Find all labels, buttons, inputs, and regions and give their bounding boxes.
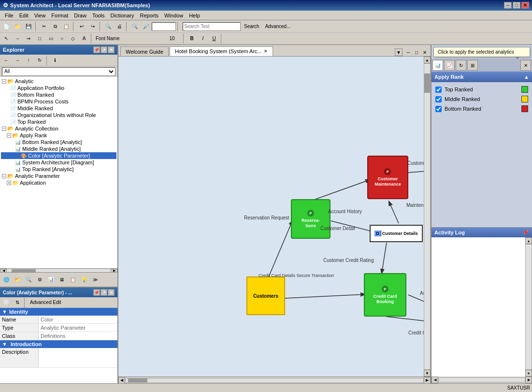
rp-tab-btn-4[interactable]: ⊞ — [467, 60, 478, 71]
identity-collapse-icon[interactable]: ▼ — [2, 309, 7, 315]
prop-btn-1[interactable]: ⬜ — [1, 297, 12, 308]
menu-format[interactable]: Format — [48, 12, 71, 19]
close-button[interactable]: ✕ — [521, 2, 529, 9]
tb-italic[interactable]: I — [198, 33, 208, 44]
tree-toggle-apply-rank[interactable]: − — [7, 133, 11, 138]
explorer-btn-9[interactable]: ≫ — [90, 275, 101, 285]
tb-circle[interactable]: ○ — [57, 33, 67, 44]
tb-open[interactable]: 📁 — [12, 21, 23, 32]
menu-help[interactable]: Help — [186, 12, 203, 19]
menu-window[interactable]: Window — [161, 12, 186, 19]
search-input[interactable] — [183, 22, 241, 31]
bottom-ranked-checkbox[interactable] — [435, 106, 442, 112]
node-customers[interactable]: Customers — [246, 276, 285, 315]
properties-float-btn[interactable]: ↗ — [101, 289, 107, 296]
tb-paste[interactable]: 📋 — [61, 21, 72, 32]
tb-zoom-out[interactable]: 🔍 — [129, 21, 140, 32]
tb-box[interactable]: □ — [34, 33, 45, 44]
middle-ranked-checkbox[interactable] — [435, 96, 442, 102]
explorer-btn-6[interactable]: 🖥 — [57, 275, 67, 285]
tb-diamond[interactable]: ◇ — [68, 33, 78, 44]
explorer-forward[interactable]: → — [12, 55, 23, 66]
vscroll-track[interactable] — [424, 63, 431, 370]
node-customer-details[interactable]: D Customer Details — [370, 225, 423, 242]
tb-round-box[interactable]: ▭ — [45, 33, 56, 44]
tb-find[interactable]: 🔍 — [103, 21, 114, 32]
tree-item-application[interactable]: + 📁 Application — [1, 179, 116, 186]
explorer-filter-select[interactable]: All — [2, 67, 115, 76]
explorer-btn-3[interactable]: 🔍 — [23, 275, 34, 285]
tree-item-bottom-ranked-a[interactable]: 📊 Bottom Ranked [Analytic] — [1, 139, 116, 145]
prop-val-desc[interactable] — [39, 348, 117, 367]
tree-item-top-ranked-a[interactable]: 📊 Top Ranked [Analytic] — [1, 166, 116, 173]
tree-toggle-application[interactable]: + — [7, 181, 11, 185]
activity-scroll-right[interactable]: ▶ — [525, 377, 532, 383]
explorer-up[interactable]: ↑ — [23, 55, 34, 66]
explorer-btn-5[interactable]: 📊 — [45, 275, 56, 285]
menu-edit[interactable]: Edit — [16, 12, 31, 19]
properties-close-btn[interactable]: ✕ — [108, 289, 115, 296]
rp-tab-btn-3[interactable]: ↻ — [456, 60, 466, 71]
tb-dbl-arrow[interactable]: ⇒ — [23, 33, 34, 44]
tb-underline[interactable]: U — [209, 33, 219, 44]
tree-item-analytic[interactable]: − 📂 Analytic — [1, 78, 116, 85]
explorer-btn-7[interactable]: 📋 — [68, 275, 78, 285]
tb-cut[interactable]: ✂ — [39, 21, 49, 32]
tree-item-org-units[interactable]: 📄 Organizational Units without Role — [1, 112, 116, 118]
activity-log-pin[interactable]: 📌 — [522, 230, 529, 236]
explorer-refresh[interactable]: ↻ — [34, 55, 45, 66]
tb-copy[interactable]: ⧉ — [50, 21, 60, 32]
explorer-hscroll[interactable]: ◀ ▶ — [0, 268, 117, 272]
tb-bold[interactable]: B — [187, 33, 197, 44]
advanced-edit-button[interactable]: Advanced Edit — [28, 297, 64, 308]
tree-item-analytic-param[interactable]: − 📂 Analytic Parameter — [1, 173, 116, 179]
tree-item-app-portfolio[interactable]: 📄 Application Portfolio — [1, 85, 116, 91]
tree-item-middle-ranked-a[interactable]: 📊 Middle Ranked [Analytic] — [1, 145, 116, 152]
diag-minimize-btn[interactable]: ─ — [404, 48, 412, 56]
tb-pointer[interactable]: ↖ — [1, 33, 12, 44]
tab-close-btn[interactable]: ✕ — [264, 49, 268, 54]
tb-redo[interactable]: ↪ — [87, 21, 98, 32]
tb-zoom-in[interactable]: 🔎 — [141, 21, 151, 32]
tree-toggle-analytic-collection[interactable]: − — [2, 127, 6, 131]
hscroll-left-btn[interactable]: ◀ — [118, 377, 125, 384]
explorer-btn-1[interactable]: 🌐 — [1, 275, 12, 285]
tab-strip-button[interactable]: ▼ — [395, 48, 403, 56]
node-customer-maintenance[interactable]: P CustomerMaintenance — [367, 156, 408, 199]
prop-btn-2[interactable]: ⇅ — [12, 297, 23, 308]
tb-save[interactable]: 💾 — [23, 21, 34, 32]
menu-file[interactable]: File — [2, 12, 16, 19]
explorer-btn-4[interactable]: ⚙ — [34, 275, 45, 285]
intro-collapse-icon[interactable]: ▼ — [2, 341, 7, 347]
activity-scroll-left[interactable]: ◀ — [431, 377, 438, 383]
tree-item-bottom-ranked[interactable]: 📄 Bottom Ranked — [1, 91, 116, 98]
tree-item-apply-rank[interactable]: − 📂 Apply Rank — [1, 132, 116, 139]
tb-font-size[interactable]: 10 — [162, 33, 182, 44]
explorer-pin-btn[interactable]: 📌 — [93, 46, 100, 53]
vscroll-up-btn[interactable]: ▲ — [424, 57, 431, 63]
search-button[interactable]: Search — [242, 21, 262, 32]
tb-print[interactable]: 🖨 — [114, 21, 125, 32]
activity-scroll-up[interactable]: ▲ — [525, 237, 532, 244]
maximize-button[interactable]: □ — [513, 2, 520, 9]
tree-item-top-ranked[interactable]: 📄 Top Ranked — [1, 118, 116, 125]
tree-item-analytic-collection[interactable]: − 📂 Analytic Collection — [1, 125, 116, 132]
explorer-btn-2[interactable]: 📂 — [12, 275, 23, 285]
rp-tab-btn-1[interactable]: 📊 — [432, 60, 443, 71]
diag-close-btn[interactable]: ✕ — [421, 48, 429, 56]
tb-undo[interactable]: ↩ — [76, 21, 87, 32]
tree-item-color-analytic[interactable]: 🎨 Color [Analytic Parameter] — [1, 152, 116, 159]
node-reservations[interactable]: P Reserva-tions — [291, 199, 331, 239]
menu-tools[interactable]: Tools — [89, 12, 108, 19]
activity-scroll-down[interactable]: ▼ — [525, 370, 532, 377]
menu-reports[interactable]: Reports — [137, 12, 161, 19]
explorer-btn-8[interactable]: 💡 — [79, 275, 89, 285]
diag-maximize-btn[interactable]: □ — [413, 48, 420, 56]
explorer-properties[interactable]: ℹ — [50, 55, 60, 66]
menu-draw[interactable]: Draw — [71, 12, 89, 19]
menu-view[interactable]: View — [31, 12, 49, 19]
tree-item-bpmn-process[interactable]: 📄 BPMN Process Costs — [1, 98, 116, 105]
tb-text[interactable]: A — [79, 33, 89, 44]
apply-rank-collapse[interactable]: ▲ — [524, 74, 529, 80]
hscroll-track[interactable] — [125, 378, 424, 383]
